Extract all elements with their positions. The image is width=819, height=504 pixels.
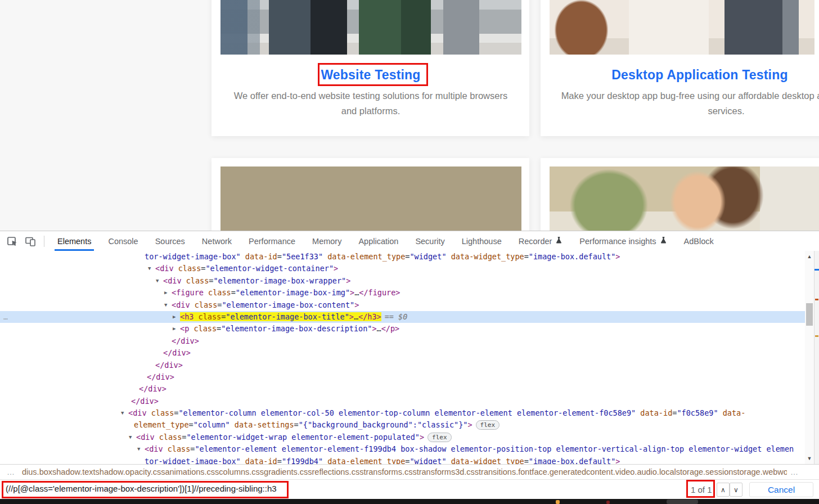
dom-tree-line[interactable]: </div>: [0, 371, 805, 383]
breadcrumb[interactable]: dius.boxshadow.textshadow.opacity.cssani…: [22, 467, 787, 476]
dom-tree-line[interactable]: ▼<div class="elementor-widget-wrap eleme…: [0, 431, 805, 443]
dom-tree-line[interactable]: </div>: [0, 335, 805, 347]
card-description-website-testing: We offer end-to-end website testing solu…: [227, 88, 514, 119]
cancel-button[interactable]: Cancel: [749, 482, 813, 497]
collapse-arrow-icon[interactable]: ▼: [164, 299, 167, 311]
device-toolbar-icon[interactable]: [25, 236, 36, 247]
flex-badge[interactable]: flex: [428, 433, 452, 442]
scroll-up-icon[interactable]: ▲: [805, 252, 814, 261]
collapse-arrow-icon[interactable]: ▼: [148, 263, 151, 274]
collapse-arrow-icon[interactable]: ▼: [137, 443, 140, 455]
tab-label: Performance insights: [579, 237, 656, 246]
tab-label: AdBlock: [684, 237, 714, 246]
collapse-arrow-icon[interactable]: ▼: [121, 407, 124, 419]
expand-arrow-icon[interactable]: ▶: [164, 287, 167, 299]
dom-tree-line[interactable]: ▼<div class="elementor-image-box-content…: [0, 299, 805, 311]
dom-tree-line[interactable]: </div>: [0, 359, 805, 371]
dom-tree-line[interactable]: ▼<div class="elementor-element elementor…: [0, 443, 805, 455]
annotation-box-title: [318, 63, 428, 86]
tab-performance[interactable]: Performance: [240, 231, 304, 251]
experiment-flask-icon: [656, 236, 667, 246]
search-previous-button[interactable]: ∧: [717, 483, 730, 497]
breadcrumb-overflow-icon[interactable]: …: [0, 467, 22, 476]
flex-badge[interactable]: flex: [476, 420, 500, 430]
console-variable-hint: == $0: [381, 312, 408, 321]
dom-tree-scrollbar[interactable]: ▲ ▼: [805, 251, 814, 464]
laptop-user-photo-image: [550, 0, 814, 55]
dom-tree-line[interactable]: tor-widget-image-box" data-id="5ee1f33" …: [0, 251, 805, 263]
styles-pane-accent: [814, 269, 819, 271]
tab-console[interactable]: Console: [100, 231, 146, 251]
devtools-breadcrumb-bar: … dius.boxshadow.textshadow.opacity.cssa…: [0, 464, 819, 480]
dom-tree-line[interactable]: element_type="column" data-settings="{"b…: [0, 419, 805, 431]
tab-application[interactable]: Application: [350, 231, 407, 251]
search-next-button[interactable]: ∨: [730, 483, 742, 497]
tab-label: Memory: [312, 237, 341, 246]
styles-pane-sliver: [814, 251, 819, 464]
tab-label: Console: [108, 237, 138, 246]
taskbar-icon[interactable]: [667, 500, 698, 504]
dom-tree: tor-widget-image-box" data-id="5ee1f33" …: [0, 251, 805, 464]
annotation-box-match-count: [686, 480, 715, 498]
devtools-panel: ElementsConsoleSourcesNetworkPerformance…: [0, 231, 819, 504]
experiment-flask-icon: [552, 236, 562, 246]
tab-label: Network: [202, 237, 232, 246]
tab-sources[interactable]: Sources: [147, 231, 194, 251]
tab-label: Recorder: [519, 237, 552, 246]
office-photo-image: [220, 166, 521, 231]
element-menu-icon[interactable]: …: [3, 311, 8, 323]
tab-label: Performance: [249, 237, 295, 246]
tab-performance-insights[interactable]: Performance insights: [571, 231, 675, 251]
collapse-arrow-icon[interactable]: ▼: [129, 431, 132, 443]
expand-arrow-icon[interactable]: ▶: [173, 311, 176, 323]
taskbar-icon[interactable]: [556, 500, 560, 504]
tab-lighthouse[interactable]: Lighthouse: [453, 231, 510, 251]
webpage-viewport: Website Testing We offer end-to-end webs…: [0, 0, 819, 231]
dom-tree-line[interactable]: tor-widget-image-box" data-id="f199db4" …: [0, 456, 805, 464]
tab-label: Application: [358, 237, 398, 246]
breadcrumb-overflow-right-icon[interactable]: …: [787, 467, 802, 476]
scroll-down-icon[interactable]: ▼: [805, 454, 814, 463]
annotation-box-xpath: [2, 481, 289, 498]
collapse-arrow-icon[interactable]: ▼: [156, 275, 159, 287]
inspect-element-icon[interactable]: [7, 236, 18, 247]
scrollbar-thumb[interactable]: [806, 303, 813, 326]
tab-elements[interactable]: Elements: [49, 231, 100, 251]
taskbar-icon[interactable]: [606, 501, 610, 504]
tab-label: Sources: [155, 237, 185, 246]
dom-tree-line[interactable]: ▶<p class="elementor-image-box-descripti…: [0, 323, 805, 335]
card-description-desktop-testing: Make your desktop app bug-free using our…: [552, 88, 819, 119]
dom-tree-line[interactable]: </div>: [0, 347, 805, 359]
toolbar-separator: [44, 236, 44, 247]
dom-tree-line[interactable]: ▼<div class="elementor-image-box-wrapper…: [0, 275, 805, 287]
styles-pane-fragment: [815, 299, 818, 300]
taskbar-strip: [0, 499, 819, 504]
dom-tree-line[interactable]: </div>: [0, 395, 805, 407]
styles-pane-fragment: [815, 335, 818, 337]
screen: Website Testing We offer end-to-end webs…: [0, 0, 819, 504]
tab-label: Security: [415, 237, 444, 246]
smiling-woman-photo-image: [550, 166, 819, 231]
tab-memory[interactable]: Memory: [304, 231, 350, 251]
tab-network[interactable]: Network: [194, 231, 240, 251]
devtools-tabbar: ElementsConsoleSourcesNetworkPerformance…: [0, 231, 819, 251]
tab-label: Lighthouse: [462, 237, 502, 246]
dom-tree-line[interactable]: ▼<div class="elementor-column elementor-…: [0, 407, 805, 419]
card-title-desktop-testing: Desktop Application Testing: [565, 68, 819, 83]
dom-tree-line[interactable]: ▼<div class="elementor-widget-container"…: [0, 263, 805, 274]
team-photo-image: [220, 0, 521, 55]
tab-security[interactable]: Security: [407, 231, 453, 251]
tab-recorder[interactable]: Recorder: [510, 231, 572, 251]
expand-arrow-icon[interactable]: ▶: [173, 323, 176, 335]
tab-adblock[interactable]: AdBlock: [676, 231, 722, 251]
dom-tree-line-selected[interactable]: …▶<h3 class="elementor-image-box-title">…: [0, 311, 805, 323]
dom-tree-line[interactable]: </div>: [0, 383, 805, 395]
dom-tree-line[interactable]: ▶<figure class="elementor-image-box-img"…: [0, 287, 805, 299]
tab-label: Elements: [57, 237, 91, 246]
